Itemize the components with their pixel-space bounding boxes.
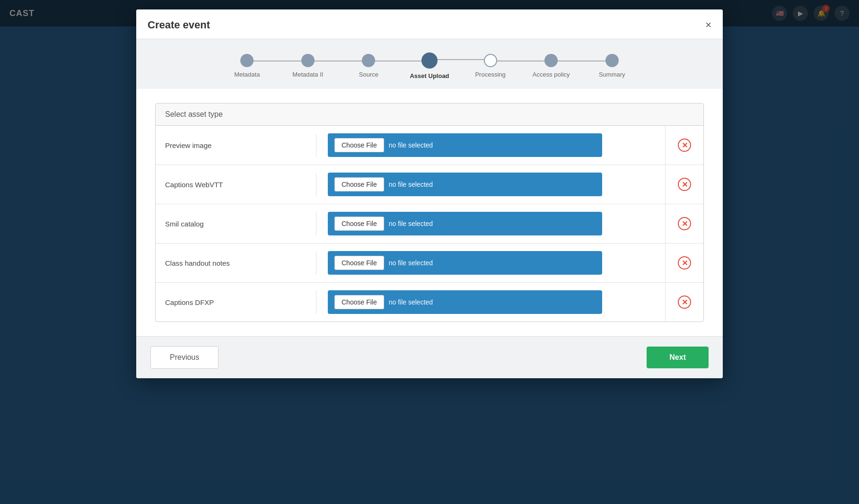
delete-btn-captions-webvtt[interactable]: ✕ — [677, 177, 692, 191]
delete-icon-smil-catalog: ✕ — [678, 217, 691, 230]
asset-table: Select asset type Preview image Choose F… — [155, 103, 704, 322]
delete-icon-captions-webvtt: ✕ — [678, 178, 691, 191]
asset-input-preview-image: Choose File no file selected — [316, 126, 666, 165]
step-source-label: Source — [359, 71, 378, 78]
asset-input-smil-catalog: Choose File no file selected — [316, 204, 666, 243]
modal-body: Select asset type Preview image Choose F… — [136, 89, 723, 336]
step-metadata2-label: Metadata II — [292, 71, 323, 78]
asset-input-class-handout-notes: Choose File no file selected — [316, 243, 666, 282]
step-access-policy-label: Access policy — [533, 71, 570, 78]
table-row: Class handout notes Choose File no file … — [156, 243, 703, 283]
table-row: Captions DFXP Choose File no file select… — [156, 283, 703, 322]
asset-delete-preview-image: ✕ — [666, 138, 703, 152]
step-access-policy-circle — [544, 54, 558, 67]
previous-button[interactable]: Previous — [150, 346, 219, 369]
file-name-smil-catalog: no file selected — [389, 220, 433, 227]
step-summary-label: Summary — [599, 71, 625, 78]
modal-footer: Previous Next — [136, 336, 723, 378]
step-asset-upload: Asset Upload — [399, 52, 460, 79]
stepper-section: Metadata Metadata II Source Asset Upload — [136, 39, 723, 89]
asset-input-captions-webvtt: Choose File no file selected — [316, 165, 666, 204]
choose-file-btn-class-handout-notes[interactable]: Choose File — [334, 256, 384, 270]
file-name-preview-image: no file selected — [389, 141, 433, 149]
step-metadata2: Metadata II — [278, 54, 339, 78]
step-metadata-label: Metadata — [234, 71, 260, 78]
choose-file-btn-preview-image[interactable]: Choose File — [334, 138, 384, 152]
step-source-circle — [362, 54, 375, 67]
asset-label-class-handout-notes: Class handout notes — [156, 252, 316, 275]
choose-file-btn-captions-dfxp[interactable]: Choose File — [334, 295, 384, 309]
delete-btn-preview-image[interactable]: ✕ — [677, 138, 692, 152]
step-processing-circle — [484, 54, 497, 67]
step-source: Source — [338, 54, 399, 78]
delete-icon-preview-image: ✕ — [678, 139, 691, 152]
delete-icon-class-handout-notes: ✕ — [678, 256, 691, 269]
step-asset-upload-label: Asset Upload — [410, 72, 449, 79]
create-event-modal: Create event × Metadata Metadata II Sour… — [136, 9, 723, 378]
file-input-wrapper-preview-image: Choose File no file selected — [328, 133, 602, 157]
modal-close-button[interactable]: × — [705, 20, 711, 30]
step-metadata: Metadata — [217, 54, 278, 78]
modal-title: Create event — [148, 19, 210, 31]
file-input-wrapper-smil-catalog: Choose File no file selected — [328, 212, 602, 235]
asset-delete-class-handout-notes: ✕ — [666, 256, 703, 270]
step-access-policy: Access policy — [521, 54, 582, 78]
file-name-class-handout-notes: no file selected — [389, 259, 433, 267]
asset-delete-smil-catalog: ✕ — [666, 217, 703, 231]
step-processing-label: Processing — [475, 71, 505, 78]
asset-delete-captions-dfxp: ✕ — [666, 295, 703, 309]
asset-delete-captions-webvtt: ✕ — [666, 177, 703, 191]
choose-file-btn-captions-webvtt[interactable]: Choose File — [334, 177, 384, 191]
delete-btn-captions-dfxp[interactable]: ✕ — [677, 295, 692, 309]
asset-label-preview-image: Preview image — [156, 134, 316, 157]
asset-label-smil-catalog: Smil catalog — [156, 212, 316, 235]
next-button[interactable]: Next — [647, 347, 709, 368]
step-summary-circle — [605, 54, 619, 67]
asset-label-captions-webvtt: Captions WebVTT — [156, 173, 316, 196]
step-processing: Processing — [460, 54, 521, 78]
modal-overlay: Create event × Metadata Metadata II Sour… — [0, 0, 859, 504]
file-name-captions-webvtt: no file selected — [389, 181, 433, 188]
choose-file-btn-smil-catalog[interactable]: Choose File — [334, 217, 384, 231]
delete-btn-class-handout-notes[interactable]: ✕ — [677, 256, 692, 270]
delete-btn-smil-catalog[interactable]: ✕ — [677, 217, 692, 231]
table-row: Preview image Choose File no file select… — [156, 126, 703, 165]
step-metadata2-circle — [301, 54, 315, 67]
asset-input-captions-dfxp: Choose File no file selected — [316, 283, 666, 322]
stepper: Metadata Metadata II Source Asset Upload — [217, 52, 642, 79]
step-asset-upload-circle — [421, 52, 438, 69]
asset-table-header: Select asset type — [156, 104, 703, 126]
file-input-wrapper-class-handout-notes: Choose File no file selected — [328, 251, 602, 275]
file-input-wrapper-captions-dfxp: Choose File no file selected — [328, 290, 602, 314]
file-input-wrapper-captions-webvtt: Choose File no file selected — [328, 173, 602, 196]
modal-header: Create event × — [136, 9, 723, 39]
delete-icon-captions-dfxp: ✕ — [678, 295, 691, 309]
file-name-captions-dfxp: no file selected — [389, 298, 433, 306]
step-metadata-circle — [240, 54, 254, 67]
table-row: Captions WebVTT Choose File no file sele… — [156, 165, 703, 204]
step-summary: Summary — [581, 54, 642, 78]
table-row: Smil catalog Choose File no file selecte… — [156, 204, 703, 243]
asset-label-captions-dfxp: Captions DFXP — [156, 291, 316, 314]
